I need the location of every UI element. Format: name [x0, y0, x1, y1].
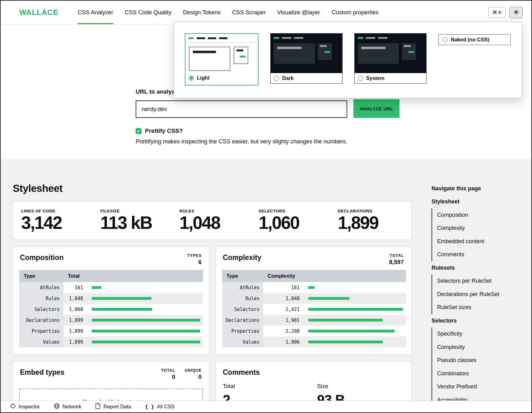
complexity-bar: [308, 308, 403, 311]
light-radio[interactable]: [189, 76, 194, 81]
page-nav-section-stylesheet[interactable]: Stylesheet: [432, 195, 519, 209]
table-row: AtRules 161: [19, 282, 203, 293]
network-tab[interactable]: Network: [54, 403, 82, 410]
report-data-icon: [95, 403, 100, 410]
light-preview-navbar: [185, 34, 258, 43]
report-data-tab[interactable]: Report Data: [95, 403, 131, 410]
prettify-option: Prettify CSS?: [136, 128, 399, 134]
report-section: Stylesheet LINES OF CODE 3,142 FILESIZE …: [1, 159, 531, 412]
prettify-checkbox[interactable]: [136, 128, 142, 134]
complexity-meta: TOTAL 8,597: [389, 253, 404, 266]
page-nav-link-selectors-per-ruleset[interactable]: Selectors per RuleSet: [432, 275, 519, 288]
stat-lines-of-code: LINES OF CODE 3,142: [14, 202, 93, 239]
naked-radio[interactable]: [443, 37, 448, 42]
composition-bar: [92, 308, 152, 311]
column-header-type: Type: [222, 270, 263, 282]
analyze-url-button[interactable]: ANALYZE URL: [353, 99, 399, 118]
nav-item-visualize-layer[interactable]: Visualize @layer: [277, 1, 320, 24]
main-nav: CSS Analyzer CSS Code Quality Design Tok…: [78, 1, 379, 24]
light-preview-body: [185, 43, 258, 73]
page-nav-link-combinators[interactable]: Combinators: [432, 367, 519, 380]
navbar-actions: ⌘ K: [488, 1, 523, 24]
page-nav-link-specificity[interactable]: Specificity: [432, 327, 519, 341]
inspector-icon: [10, 403, 16, 410]
complexity-table: Type Complexity AtRules 161 Rules 1,048 …: [222, 270, 406, 347]
table-row: AtRules 161: [222, 282, 406, 293]
nav-item-css-scraper[interactable]: CSS Scraper: [232, 1, 266, 24]
complexity-bar: [308, 319, 383, 322]
nav-item-custom-properties[interactable]: Custom properties: [332, 1, 379, 24]
table-row: Properties 2,208: [222, 326, 406, 336]
table-row: Declarations 1,899: [19, 315, 203, 326]
theme-option-light[interactable]: Light: [185, 33, 259, 86]
table-row: Rules 1,048: [19, 293, 203, 304]
page-title: Stylesheet: [13, 183, 63, 194]
prettify-label: Prettify CSS?: [145, 128, 183, 134]
theme-option-system[interactable]: System: [354, 33, 427, 84]
inspector-tab[interactable]: Inspector: [10, 403, 40, 410]
composition-table: Type Total AtRules 161 Rules 1,048 Selec…: [19, 270, 203, 347]
theme-option-naked[interactable]: Naked (no CSS): [438, 34, 511, 45]
page-nav-link-pseudo-classes[interactable]: Pseudo classes: [432, 354, 519, 367]
dark-preview-body: [271, 42, 342, 73]
composition-bar: [92, 330, 200, 332]
stat-selectors: SELECTORS 1,060: [252, 202, 331, 239]
nav-item-css-analyzer[interactable]: CSS Analyzer: [78, 1, 113, 24]
page-nav-title: Navigate this page: [432, 182, 519, 195]
complexity-bar: [308, 286, 315, 289]
theme-option-dark[interactable]: Dark: [270, 33, 343, 84]
complexity-title: Complexity: [223, 253, 261, 262]
system-radio[interactable]: [358, 76, 363, 81]
dark-preview-navbar: [271, 34, 342, 42]
table-row: Declarations 1,901: [222, 315, 406, 326]
system-preview-body: [355, 42, 426, 73]
dark-label: Dark: [282, 75, 294, 81]
complexity-bar: [308, 297, 349, 300]
stat-rules: RULES 1,048: [173, 202, 252, 239]
nav-item-css-code-quality[interactable]: CSS Code Quality: [125, 1, 171, 24]
network-icon: [54, 403, 60, 410]
composition-meta: TYPES 6: [187, 253, 202, 266]
light-label: Light: [197, 75, 209, 81]
page-nav-link-complexity[interactable]: Complexity: [432, 222, 519, 235]
page-nav-link-ruleset-sizes[interactable]: RuleSet sizes: [432, 301, 519, 314]
comments-title: Comments: [223, 368, 260, 377]
page-nav-link-comments[interactable]: Comments: [432, 248, 519, 262]
composition-bar: [92, 341, 200, 343]
page-nav-link-declarations-per-ruleset[interactable]: Declarations per RuleSet: [432, 288, 519, 301]
bottom-toolbar: Inspector Network Report Data { } All CS…: [1, 401, 531, 412]
table-row: Values 1,906: [222, 336, 406, 347]
composition-bar: [92, 297, 152, 300]
all-css-icon: { }: [145, 404, 154, 410]
page-nav-section-selectors[interactable]: Selectors: [432, 314, 519, 327]
embed-types-title: Embed types: [20, 368, 64, 377]
page-nav-link-vendor-prefixed[interactable]: Vendor Prefixed: [432, 380, 519, 394]
composition-bar: [92, 319, 200, 322]
column-header-bar: [87, 270, 203, 282]
embed-total-meta: TOTAL 0: [161, 368, 175, 380]
page-nav-link-selector-complexity[interactable]: Complexity: [432, 341, 519, 354]
wallace-logo[interactable]: WALLACE: [19, 8, 58, 17]
stat-declarations: DECLARATIONS 1,899: [331, 202, 410, 239]
column-header-type: Type: [19, 270, 63, 282]
page-nav-section-rulesets[interactable]: Rulesets: [432, 261, 519, 275]
page-nav-link-embedded-content[interactable]: Embedded content: [432, 235, 519, 248]
naked-label: Naked (no CSS): [451, 37, 489, 43]
column-header-complexity: Complexity: [263, 270, 304, 282]
complexity-bar: [308, 341, 383, 343]
column-header-bar: [304, 270, 406, 282]
url-input[interactable]: [136, 100, 347, 118]
nav-item-design-tokens[interactable]: Design Tokens: [183, 1, 221, 24]
system-label: System: [366, 75, 385, 81]
top-navbar: WALLACE CSS Analyzer CSS Code Quality De…: [1, 1, 531, 25]
all-css-tab[interactable]: { } All CSS: [145, 404, 175, 410]
composition-title: Composition: [20, 253, 64, 262]
complexity-bar: [308, 330, 394, 332]
dark-radio[interactable]: [274, 76, 279, 81]
composition-panel: Composition TYPES 6 Type Total AtRules 1…: [13, 247, 209, 355]
command-palette-button[interactable]: ⌘ K: [488, 7, 506, 18]
page-nav-link-composition[interactable]: Composition: [432, 208, 519, 222]
wallace-app: WALLACE CSS Analyzer CSS Code Quality De…: [0, 0, 532, 413]
theme-toggle-button[interactable]: [509, 7, 523, 18]
table-row: Properties 1,899: [19, 326, 203, 336]
